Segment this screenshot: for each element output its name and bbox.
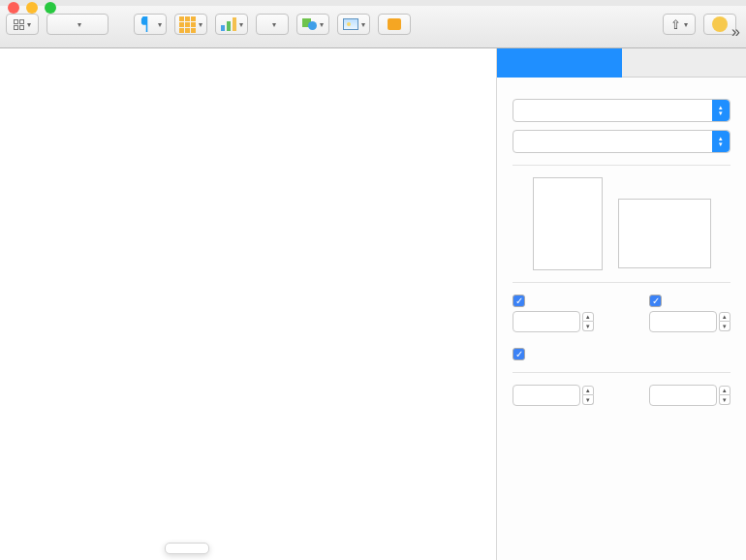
content-area: ✓ ▴▾ ✓ ▴▾ [0,48,746,560]
orientation-portrait[interactable] [533,177,603,270]
comment-icon [388,18,401,30]
orientation-landscape[interactable] [618,199,711,268]
document-canvas[interactable] [0,48,496,560]
checkbox-checked-icon: ✓ [649,295,662,307]
inspector-content: ✓ ▴▾ ✓ ▴▾ [497,78,746,412]
divider [513,165,730,166]
margin-bottom-value[interactable] [649,385,717,406]
footer-stepper[interactable]: ▴▾ [649,311,730,332]
paragraph-icon [140,16,155,32]
header-checkbox-row[interactable]: ✓ [513,295,594,307]
chevron-updown-icon [712,131,730,152]
header-stepper[interactable]: ▴▾ [513,311,594,332]
chart-button[interactable] [215,14,248,35]
body-checkbox-row[interactable]: ✓ [513,348,730,360]
orientation-chooser [513,177,730,270]
zoom-button[interactable] [47,14,109,35]
checkbox-checked-icon: ✓ [513,348,525,360]
window-controls [8,2,56,14]
grid-icon [14,19,24,30]
inspector-panel: ✓ ▴▾ ✓ ▴▾ [496,48,746,560]
footer-checkbox-row[interactable]: ✓ [649,295,730,307]
share-button[interactable]: ⇧ [663,14,696,35]
chart-icon [221,17,236,31]
table-icon [179,16,196,33]
insert-button[interactable] [134,14,167,35]
media-icon [343,18,358,30]
shape-icon [302,18,317,30]
media-button[interactable] [337,14,370,35]
word-count-badge[interactable] [165,543,209,554]
margin-top-value[interactable] [513,385,580,406]
tab-section[interactable] [622,48,747,78]
header-value[interactable] [513,311,580,332]
tab-document[interactable] [497,48,622,78]
toolbar-overflow-icon[interactable]: » [731,23,740,41]
close-window-button[interactable] [8,2,19,14]
view-button[interactable] [6,14,39,35]
share-icon: ⇧ [670,17,681,32]
footer-value[interactable] [649,311,717,332]
zoom-window-button[interactable] [45,2,56,14]
stepper-arrows[interactable]: ▴▾ [719,312,730,331]
printer-select[interactable] [513,99,730,122]
tips-icon [712,16,728,32]
stepper-arrows[interactable]: ▴▾ [719,386,730,405]
divider [513,282,730,283]
shape-button[interactable] [296,14,329,35]
chevron-updown-icon [712,100,730,121]
comment-button[interactable] [378,14,411,35]
stepper-arrows[interactable]: ▴▾ [582,312,594,331]
checkbox-checked-icon: ✓ [513,295,525,307]
margin-top-stepper[interactable]: ▴▾ [513,385,594,406]
minimize-window-button[interactable] [26,2,38,14]
document-body[interactable] [85,180,496,202]
paper-select[interactable] [513,130,730,153]
toolbar: ⇧ » [0,6,746,48]
text-button[interactable] [256,14,289,35]
table-button[interactable] [174,14,207,35]
stepper-arrows[interactable]: ▴▾ [582,386,594,405]
divider [513,372,730,373]
margin-bottom-stepper[interactable]: ▴▾ [649,385,730,406]
inspector-tabs [497,48,746,78]
